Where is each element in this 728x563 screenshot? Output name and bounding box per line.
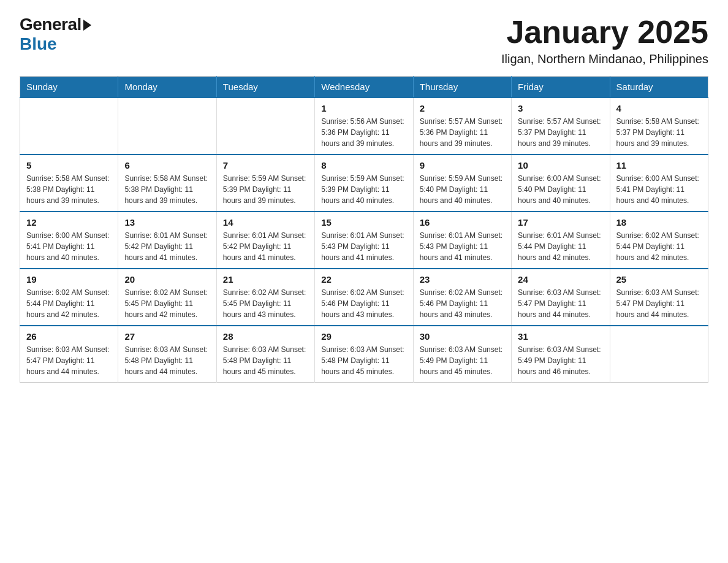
- day-cell: 30Sunrise: 6:03 AM Sunset: 5:49 PM Dayli…: [413, 326, 511, 383]
- day-cell: 8Sunrise: 5:59 AM Sunset: 5:39 PM Daylig…: [315, 155, 413, 212]
- day-cell: 18Sunrise: 6:02 AM Sunset: 5:44 PM Dayli…: [610, 212, 708, 269]
- day-info: Sunrise: 6:02 AM Sunset: 5:45 PM Dayligh…: [223, 287, 308, 320]
- header-cell-monday: Monday: [118, 77, 216, 98]
- week-row-2: 5Sunrise: 5:58 AM Sunset: 5:38 PM Daylig…: [20, 155, 708, 212]
- day-cell: 16Sunrise: 6:01 AM Sunset: 5:43 PM Dayli…: [413, 212, 511, 269]
- day-number: 22: [321, 274, 406, 285]
- day-cell: 19Sunrise: 6:02 AM Sunset: 5:44 PM Dayli…: [20, 269, 118, 326]
- logo-blue-text: Blue: [20, 34, 57, 54]
- day-number: 5: [26, 160, 112, 170]
- day-cell: 20Sunrise: 6:02 AM Sunset: 5:45 PM Dayli…: [118, 269, 216, 326]
- day-cell: 3Sunrise: 5:57 AM Sunset: 5:37 PM Daylig…: [512, 98, 610, 155]
- day-number: 12: [26, 217, 112, 228]
- day-info: Sunrise: 6:02 AM Sunset: 5:44 PM Dayligh…: [26, 287, 112, 320]
- day-cell: 6Sunrise: 5:58 AM Sunset: 5:38 PM Daylig…: [118, 155, 216, 212]
- day-number: 21: [223, 274, 308, 285]
- day-cell: [610, 326, 708, 383]
- day-number: 31: [518, 331, 603, 342]
- day-number: 10: [518, 160, 603, 170]
- header-cell-wednesday: Wednesday: [315, 77, 413, 98]
- day-info: Sunrise: 6:03 AM Sunset: 5:47 PM Dayligh…: [616, 287, 702, 320]
- day-cell: 23Sunrise: 6:02 AM Sunset: 5:46 PM Dayli…: [413, 269, 511, 326]
- day-info: Sunrise: 6:03 AM Sunset: 5:48 PM Dayligh…: [124, 344, 210, 377]
- day-cell: 7Sunrise: 5:59 AM Sunset: 5:39 PM Daylig…: [216, 155, 314, 212]
- day-number: 30: [420, 331, 505, 342]
- day-number: 18: [616, 217, 702, 228]
- day-info: Sunrise: 5:58 AM Sunset: 5:38 PM Dayligh…: [26, 173, 112, 206]
- day-cell: 27Sunrise: 6:03 AM Sunset: 5:48 PM Dayli…: [118, 326, 216, 383]
- day-number: 20: [124, 274, 210, 285]
- header-cell-thursday: Thursday: [413, 77, 511, 98]
- day-cell: [216, 98, 314, 155]
- logo: General Blue: [20, 15, 91, 54]
- day-cell: 11Sunrise: 6:00 AM Sunset: 5:41 PM Dayli…: [610, 155, 708, 212]
- day-number: 2: [420, 103, 505, 113]
- day-number: 26: [26, 331, 112, 342]
- day-number: 23: [420, 274, 505, 285]
- day-cell: 5Sunrise: 5:58 AM Sunset: 5:38 PM Daylig…: [20, 155, 118, 212]
- day-number: 7: [223, 160, 308, 170]
- header-row: SundayMondayTuesdayWednesdayThursdayFrid…: [20, 77, 708, 98]
- day-info: Sunrise: 5:59 AM Sunset: 5:39 PM Dayligh…: [223, 173, 308, 206]
- logo-general-text: General: [20, 15, 82, 34]
- day-number: 6: [124, 160, 210, 170]
- day-cell: 13Sunrise: 6:01 AM Sunset: 5:42 PM Dayli…: [118, 212, 216, 269]
- day-number: 8: [321, 160, 406, 170]
- header-cell-tuesday: Tuesday: [216, 77, 314, 98]
- day-info: Sunrise: 5:59 AM Sunset: 5:40 PM Dayligh…: [420, 173, 505, 206]
- day-number: 4: [616, 103, 702, 113]
- logo-arrow-icon: [83, 20, 91, 31]
- day-cell: 10Sunrise: 6:00 AM Sunset: 5:40 PM Dayli…: [512, 155, 610, 212]
- day-number: 11: [616, 160, 702, 170]
- day-number: 1: [321, 103, 406, 113]
- day-number: 25: [616, 274, 702, 285]
- day-number: 28: [223, 331, 308, 342]
- day-cell: 24Sunrise: 6:03 AM Sunset: 5:47 PM Dayli…: [512, 269, 610, 326]
- day-cell: 9Sunrise: 5:59 AM Sunset: 5:40 PM Daylig…: [413, 155, 511, 212]
- day-cell: 31Sunrise: 6:03 AM Sunset: 5:49 PM Dayli…: [512, 326, 610, 383]
- calendar-body: 1Sunrise: 5:56 AM Sunset: 5:36 PM Daylig…: [20, 98, 708, 383]
- day-cell: 12Sunrise: 6:00 AM Sunset: 5:41 PM Dayli…: [20, 212, 118, 269]
- day-cell: 29Sunrise: 6:03 AM Sunset: 5:48 PM Dayli…: [315, 326, 413, 383]
- day-number: 14: [223, 217, 308, 228]
- day-number: 17: [518, 217, 603, 228]
- day-number: 27: [124, 331, 210, 342]
- calendar-header: SundayMondayTuesdayWednesdayThursdayFrid…: [20, 77, 708, 98]
- day-cell: [118, 98, 216, 155]
- day-info: Sunrise: 5:56 AM Sunset: 5:36 PM Dayligh…: [321, 116, 406, 149]
- day-info: Sunrise: 6:01 AM Sunset: 5:43 PM Dayligh…: [420, 230, 505, 263]
- day-cell: 22Sunrise: 6:02 AM Sunset: 5:46 PM Dayli…: [315, 269, 413, 326]
- week-row-4: 19Sunrise: 6:02 AM Sunset: 5:44 PM Dayli…: [20, 269, 708, 326]
- day-info: Sunrise: 6:02 AM Sunset: 5:45 PM Dayligh…: [124, 287, 210, 320]
- day-number: 19: [26, 274, 112, 285]
- day-cell: 1Sunrise: 5:56 AM Sunset: 5:36 PM Daylig…: [315, 98, 413, 155]
- day-info: Sunrise: 5:58 AM Sunset: 5:37 PM Dayligh…: [616, 116, 702, 149]
- day-info: Sunrise: 6:00 AM Sunset: 5:41 PM Dayligh…: [616, 173, 702, 206]
- day-cell: 21Sunrise: 6:02 AM Sunset: 5:45 PM Dayli…: [216, 269, 314, 326]
- day-info: Sunrise: 5:57 AM Sunset: 5:36 PM Dayligh…: [420, 116, 505, 149]
- day-cell: 28Sunrise: 6:03 AM Sunset: 5:48 PM Dayli…: [216, 326, 314, 383]
- day-info: Sunrise: 5:57 AM Sunset: 5:37 PM Dayligh…: [518, 116, 603, 149]
- day-cell: 2Sunrise: 5:57 AM Sunset: 5:36 PM Daylig…: [413, 98, 511, 155]
- day-number: 13: [124, 217, 210, 228]
- day-cell: 15Sunrise: 6:01 AM Sunset: 5:43 PM Dayli…: [315, 212, 413, 269]
- week-row-1: 1Sunrise: 5:56 AM Sunset: 5:36 PM Daylig…: [20, 98, 708, 155]
- day-cell: 17Sunrise: 6:01 AM Sunset: 5:44 PM Dayli…: [512, 212, 610, 269]
- day-number: 9: [420, 160, 505, 170]
- day-number: 16: [420, 217, 505, 228]
- day-number: 15: [321, 217, 406, 228]
- day-info: Sunrise: 6:03 AM Sunset: 5:49 PM Dayligh…: [518, 344, 603, 377]
- day-info: Sunrise: 6:03 AM Sunset: 5:47 PM Dayligh…: [26, 344, 112, 377]
- day-info: Sunrise: 6:01 AM Sunset: 5:42 PM Dayligh…: [223, 230, 308, 263]
- day-info: Sunrise: 6:01 AM Sunset: 5:42 PM Dayligh…: [124, 230, 210, 263]
- calendar-table: SundayMondayTuesdayWednesdayThursdayFrid…: [20, 76, 708, 383]
- day-cell: 4Sunrise: 5:58 AM Sunset: 5:37 PM Daylig…: [610, 98, 708, 155]
- day-number: 29: [321, 331, 406, 342]
- day-info: Sunrise: 5:59 AM Sunset: 5:39 PM Dayligh…: [321, 173, 406, 206]
- day-info: Sunrise: 6:01 AM Sunset: 5:44 PM Dayligh…: [518, 230, 603, 263]
- title-section: January 2025 Iligan, Northern Mindanao, …: [501, 15, 708, 66]
- day-info: Sunrise: 6:02 AM Sunset: 5:46 PM Dayligh…: [321, 287, 406, 320]
- day-cell: 25Sunrise: 6:03 AM Sunset: 5:47 PM Dayli…: [610, 269, 708, 326]
- day-number: 24: [518, 274, 603, 285]
- day-info: Sunrise: 6:00 AM Sunset: 5:40 PM Dayligh…: [518, 173, 603, 206]
